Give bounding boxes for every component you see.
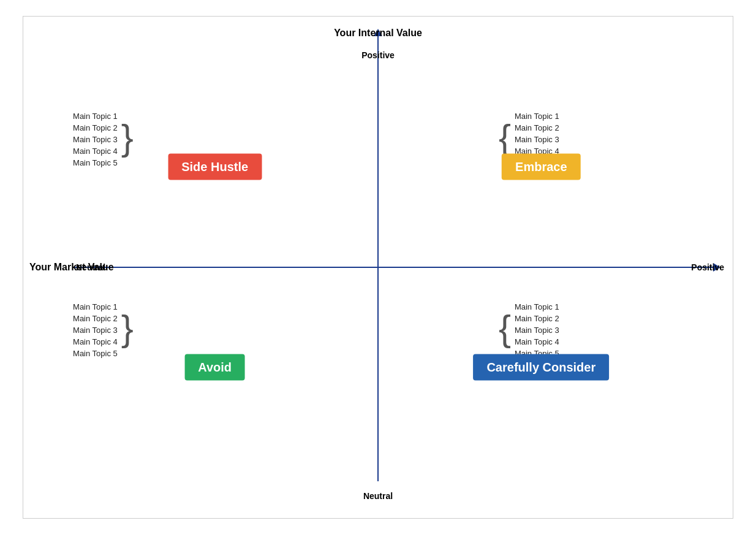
q2-topic-1: Main Topic 1 <box>515 112 559 121</box>
neutral-left-label: Neutral <box>76 262 105 272</box>
horizontal-axis <box>72 267 714 268</box>
q4-topic-2: Main Topic 2 <box>515 314 559 323</box>
topics-q4: } Main Topic 1 Main Topic 2 Main Topic 3… <box>499 302 559 358</box>
q3-topic-2: Main Topic 2 <box>73 314 118 323</box>
q4-topic-4: Main Topic 4 <box>515 337 559 346</box>
internal-value-label: Your Internal Value <box>334 28 422 39</box>
q4-topic-3: Main Topic 3 <box>515 326 559 335</box>
q2-topic-2: Main Topic 2 <box>515 123 559 132</box>
q1-topic-3: Main Topic 3 <box>73 135 118 144</box>
q3-bracket: } <box>121 310 134 347</box>
vertical-axis <box>377 35 379 481</box>
positive-top-label: Positive <box>361 50 395 60</box>
positive-right-label: Positive <box>691 262 724 272</box>
q1-bracket: } <box>121 120 134 156</box>
topic-list-q4: Main Topic 1 Main Topic 2 Main Topic 3 M… <box>515 302 559 358</box>
q1-topic-4: Main Topic 4 <box>73 147 118 156</box>
q1-topic-1: Main Topic 1 <box>73 112 118 121</box>
q1-topic-2: Main Topic 2 <box>73 123 118 132</box>
chart-container: Your Internal Value Your Market Value Po… <box>23 16 733 519</box>
q3-topic-1: Main Topic 1 <box>73 302 118 311</box>
q2-bracket: } <box>499 120 511 156</box>
topics-q3: Main Topic 1 Main Topic 2 Main Topic 3 M… <box>73 302 134 358</box>
topics-q1: Main Topic 1 Main Topic 2 Main Topic 3 M… <box>73 112 134 167</box>
q4-topic-1: Main Topic 1 <box>515 302 559 311</box>
side-hustle-label: Side Hustle <box>168 153 262 180</box>
q4-bracket: } <box>499 310 511 347</box>
q3-topic-4: Main Topic 4 <box>73 337 118 346</box>
topic-list-q3: Main Topic 1 Main Topic 2 Main Topic 3 M… <box>73 302 118 358</box>
q3-topic-3: Main Topic 3 <box>73 326 118 335</box>
q3-topic-5: Main Topic 5 <box>73 349 118 358</box>
q1-topic-5: Main Topic 5 <box>73 158 118 167</box>
topic-list-q1: Main Topic 1 Main Topic 2 Main Topic 3 M… <box>73 112 118 167</box>
neutral-bottom-label: Neutral <box>363 491 393 501</box>
avoid-label: Avoid <box>184 354 245 381</box>
carefully-consider-label: Carefully Consider <box>473 354 609 381</box>
q2-topic-3: Main Topic 3 <box>515 135 559 144</box>
embrace-label: Embrace <box>502 153 581 180</box>
